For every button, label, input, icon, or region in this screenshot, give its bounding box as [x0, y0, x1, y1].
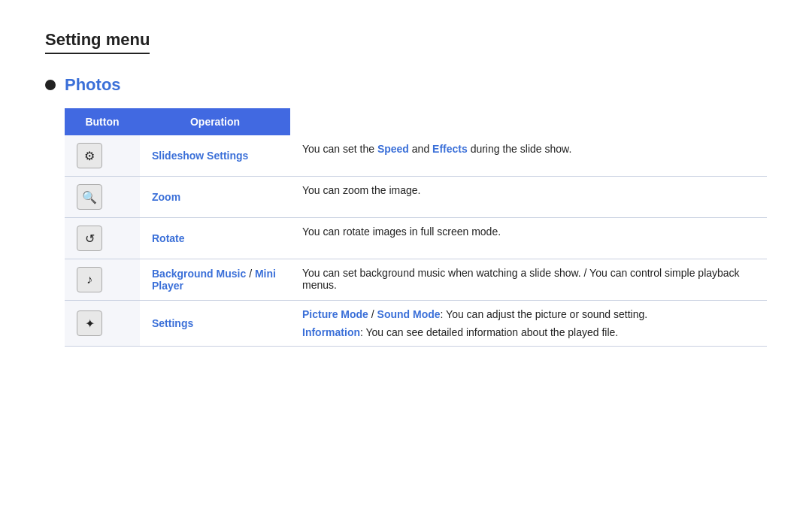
op-part: Sound Mode — [377, 308, 441, 320]
name-cell-settings: Settings — [140, 301, 290, 347]
op-part: : You can adjust the picture or sound se… — [441, 308, 648, 320]
icon-cell-settings: ✦ — [65, 301, 140, 347]
rotate-icon: ↺ — [77, 226, 102, 251]
icon-cell-background-music: ♪ — [65, 259, 140, 301]
op-part: / — [368, 308, 377, 320]
op-part: You can zoom the image. — [302, 184, 420, 196]
page-title: Setting menu — [45, 30, 150, 54]
background-music-icon: ♪ — [77, 267, 102, 292]
op-part: during the slide show. — [468, 143, 572, 155]
name-text-zoom: Zoom — [152, 191, 180, 203]
name-text-settings: Settings — [152, 317, 193, 329]
settings-icon: ✦ — [77, 310, 102, 336]
name-text-slideshow-settings: Slideshow Settings — [152, 150, 248, 162]
slideshow-settings-icon: ⚙ — [77, 143, 102, 168]
op-part: Speed — [377, 143, 409, 155]
name-cell-slideshow-settings: Slideshow Settings — [140, 135, 290, 177]
name-text-rotate: Rotate — [152, 232, 185, 244]
op-part: You can rotate images in full screen mod… — [302, 226, 501, 238]
table-row: ✦SettingsPicture Mode / Sound Mode: You … — [65, 301, 767, 347]
table-row: ↺RotateYou can rotate images in full scr… — [65, 218, 767, 259]
op-part: You can set background music when watchi… — [302, 267, 740, 291]
name-cell-background-music: Background Music / Mini Player — [140, 259, 290, 301]
op-cell-slideshow-settings: You can set the Speed and Effects during… — [290, 135, 767, 177]
name-part: Background Music — [152, 268, 246, 280]
settings-table: Button Operation ⚙Slideshow SettingsYou … — [65, 108, 767, 347]
col-header-button: Button — [65, 108, 140, 135]
name-part: / — [246, 268, 255, 280]
icon-cell-zoom: 🔍 — [65, 177, 140, 218]
op-part: : You can see detailed information about… — [360, 326, 618, 338]
op-text: You can set background music when watchi… — [302, 267, 755, 291]
section-title: Photos — [65, 75, 121, 95]
table-row: 🔍ZoomYou can zoom the image. — [65, 177, 767, 218]
op-part: Effects — [432, 143, 468, 155]
op-part: and — [409, 143, 432, 155]
name-cell-rotate: Rotate — [140, 218, 290, 259]
op-text: You can zoom the image. — [302, 184, 755, 196]
table-row: ♪Background Music / Mini PlayerYou can s… — [65, 259, 767, 301]
op-part: Picture Mode — [302, 308, 368, 320]
section-header: Photos — [45, 75, 767, 95]
op-line: Picture Mode / Sound Mode: You can adjus… — [302, 308, 755, 320]
icon-cell-rotate: ↺ — [65, 218, 140, 259]
col-header-operation: Operation — [140, 108, 290, 135]
op-part: You can set the — [302, 143, 377, 155]
name-cell-zoom: Zoom — [140, 177, 290, 218]
op-part: Information — [302, 326, 360, 338]
op-cell-background-music: You can set background music when watchi… — [290, 259, 767, 301]
icon-cell-slideshow-settings: ⚙ — [65, 135, 140, 177]
op-cell-rotate: You can rotate images in full screen mod… — [290, 218, 767, 259]
op-cell-zoom: You can zoom the image. — [290, 177, 767, 218]
section-bullet — [45, 80, 56, 90]
zoom-icon: 🔍 — [77, 184, 102, 210]
table-header-row: Button Operation — [65, 108, 767, 135]
op-text: You can set the Speed and Effects during… — [302, 143, 755, 155]
op-line: Information: You can see detailed inform… — [302, 326, 755, 338]
table-row: ⚙Slideshow SettingsYou can set the Speed… — [65, 135, 767, 177]
op-text: You can rotate images in full screen mod… — [302, 226, 755, 238]
op-cell-settings: Picture Mode / Sound Mode: You can adjus… — [290, 301, 767, 347]
